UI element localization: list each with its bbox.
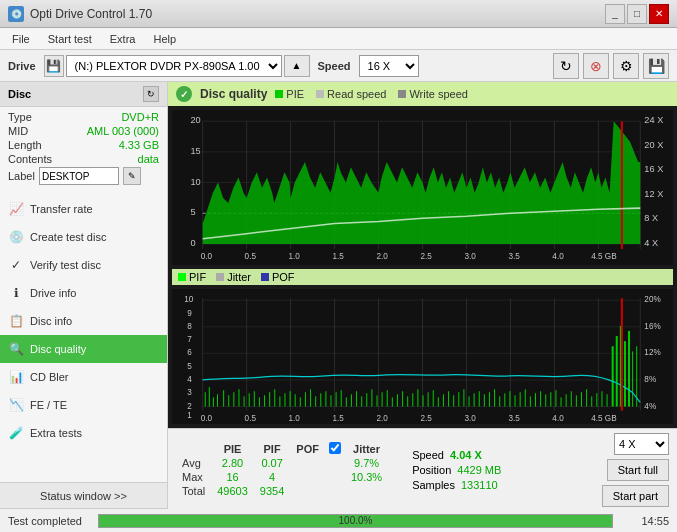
svg-rect-117 (443, 395, 444, 407)
write-speed-legend-label: Write speed (409, 88, 468, 100)
sidebar-label-create-test-disc: Create test disc (30, 231, 106, 243)
svg-rect-78 (244, 397, 245, 407)
sidebar-item-create-test-disc[interactable]: 💿 Create test disc (0, 223, 167, 251)
sidebar-item-cd-bler[interactable]: 📊 CD Bler (0, 363, 167, 391)
disc-refresh-button[interactable]: ↻ (143, 86, 159, 102)
svg-rect-82 (264, 396, 265, 407)
sidebar-item-fe-te[interactable]: 📉 FE / TE (0, 391, 167, 419)
settings-button[interactable]: ⚙ (613, 53, 639, 79)
sidebar-label-cd-bler: CD Bler (30, 371, 69, 383)
svg-text:1.5: 1.5 (333, 414, 345, 423)
svg-rect-92 (315, 397, 316, 407)
svg-rect-93 (320, 394, 321, 407)
svg-rect-148 (601, 392, 602, 407)
svg-rect-123 (474, 394, 475, 407)
close-button[interactable]: ✕ (649, 4, 669, 24)
svg-rect-144 (581, 393, 582, 407)
svg-rect-150 (612, 347, 614, 407)
chart1-legend: PIE Read speed Write speed (275, 88, 468, 100)
svg-text:5: 5 (190, 207, 195, 217)
svg-rect-101 (361, 397, 362, 407)
svg-rect-77 (238, 390, 239, 407)
mid-value: AML 003 (000) (87, 125, 159, 137)
svg-rect-140 (561, 398, 562, 407)
svg-text:10: 10 (190, 177, 200, 187)
svg-rect-100 (356, 392, 357, 407)
svg-rect-105 (382, 393, 383, 407)
position-value: 4429 MB (457, 464, 501, 476)
svg-rect-143 (576, 396, 577, 407)
chart2-wrapper: 10 9 8 7 6 5 4 3 2 1 20% 16% 12% 8% 4% (172, 289, 673, 424)
speed-select[interactable]: 16 X (359, 55, 419, 77)
disc-title: Disc (8, 88, 31, 100)
disc-quality-title: Disc quality (200, 87, 267, 101)
menu-extra[interactable]: Extra (102, 31, 144, 47)
svg-rect-103 (371, 390, 372, 407)
svg-text:16%: 16% (644, 322, 660, 331)
progress-bar-container: 100.0% (98, 514, 613, 528)
max-jitter: 10.3% (345, 470, 388, 484)
svg-text:0: 0 (190, 238, 195, 248)
svg-text:8%: 8% (644, 375, 656, 384)
svg-rect-90 (305, 393, 306, 407)
label-input[interactable] (39, 167, 119, 185)
svg-rect-115 (433, 391, 434, 407)
svg-rect-151 (616, 336, 618, 407)
drive-eject-button[interactable]: ▲ (284, 55, 310, 77)
svg-text:0.5: 0.5 (245, 414, 257, 423)
maximize-button[interactable]: □ (627, 4, 647, 24)
sidebar-item-disc-info[interactable]: 📋 Disc info (0, 307, 167, 335)
sidebar-item-drive-info[interactable]: ℹ Drive info (0, 279, 167, 307)
minimize-button[interactable]: _ (605, 4, 625, 24)
status-window-button[interactable]: Status window >> (0, 482, 167, 508)
svg-rect-132 (520, 393, 521, 407)
sidebar-item-transfer-rate[interactable]: 📈 Transfer rate (0, 195, 167, 223)
erase-button[interactable]: ⊗ (583, 53, 609, 79)
samples-label: Samples (412, 479, 455, 491)
sidebar-item-disc-quality[interactable]: 🔍 Disc quality (0, 335, 167, 363)
svg-rect-83 (269, 393, 270, 407)
avg-jitter: 9.7% (345, 456, 388, 470)
svg-rect-119 (453, 396, 454, 407)
svg-rect-125 (484, 395, 485, 407)
menu-help[interactable]: Help (145, 31, 184, 47)
svg-rect-88 (295, 395, 296, 407)
pie-legend-dot (275, 90, 283, 98)
label-edit-button[interactable]: ✎ (123, 167, 141, 185)
svg-rect-116 (438, 398, 439, 407)
verify-test-disc-icon: ✓ (8, 257, 24, 273)
svg-rect-85 (279, 397, 280, 407)
scan-speed-select[interactable]: 4 X (614, 433, 669, 455)
start-full-button[interactable]: Start full (607, 459, 669, 481)
menu-file[interactable]: File (4, 31, 38, 47)
svg-text:2.0: 2.0 (376, 414, 388, 423)
svg-text:5: 5 (187, 362, 192, 371)
svg-rect-106 (387, 391, 388, 407)
chart1-svg: 20 15 10 5 0 24 X 20 X 16 X 12 X 8 X 4 X (172, 110, 673, 265)
svg-rect-149 (607, 395, 608, 407)
refresh-button[interactable]: ↻ (553, 53, 579, 79)
sidebar-label-fe-te: FE / TE (30, 399, 67, 411)
save-button[interactable]: 💾 (643, 53, 669, 79)
svg-text:20: 20 (190, 115, 200, 125)
disc-quality-header-icon: ✓ (176, 86, 192, 102)
pof-legend-dot (261, 273, 269, 281)
sidebar-item-extra-tests[interactable]: 🧪 Extra tests (0, 419, 167, 447)
svg-rect-128 (499, 397, 500, 407)
menu-start-test[interactable]: Start test (40, 31, 100, 47)
jitter-legend-label: Jitter (227, 271, 251, 283)
app-icon: 💿 (8, 6, 24, 22)
svg-rect-109 (402, 392, 403, 407)
svg-text:20%: 20% (644, 296, 660, 305)
svg-text:3.0: 3.0 (464, 414, 476, 423)
mid-label: MID (8, 125, 28, 137)
start-part-button[interactable]: Start part (602, 485, 669, 507)
app-title: Opti Drive Control 1.70 (30, 7, 152, 21)
svg-rect-120 (458, 393, 459, 407)
sidebar-item-verify-test-disc[interactable]: ✓ Verify test disc (0, 251, 167, 279)
position-label: Position (412, 464, 451, 476)
svg-rect-75 (228, 396, 229, 407)
jitter-checkbox[interactable] (329, 442, 341, 454)
svg-text:4.5 GB: 4.5 GB (591, 252, 617, 261)
drive-select[interactable]: (N:) PLEXTOR DVDR PX-890SA 1.00 (66, 55, 282, 77)
